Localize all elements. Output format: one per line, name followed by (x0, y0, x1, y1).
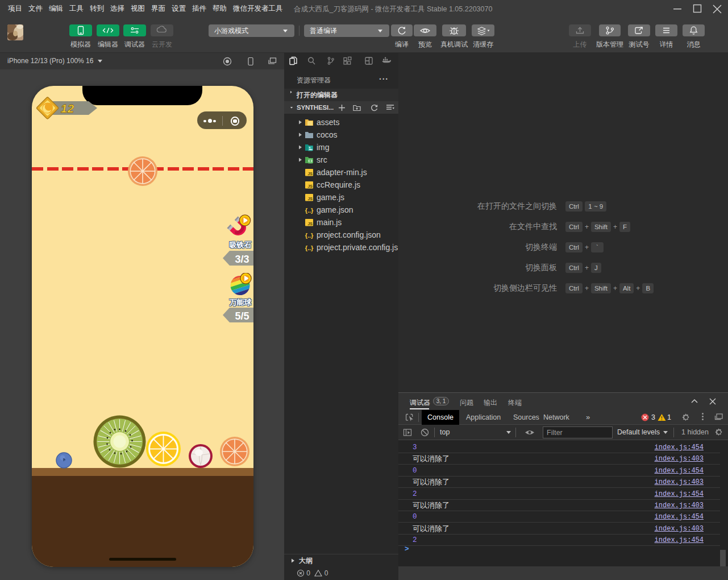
svg-text:JS: JS (307, 197, 313, 201)
svg-text:{..}: {..} (305, 207, 314, 214)
svg-text:12: 12 (61, 102, 74, 115)
svg-text:JS: JS (307, 172, 313, 176)
svg-text:3/3: 3/3 (235, 254, 249, 265)
svg-text:JS: JS (307, 222, 313, 226)
svg-text:{..}: {..} (305, 245, 314, 251)
svg-text:{..}: {..} (305, 232, 314, 239)
svg-text:5/5: 5/5 (235, 310, 249, 322)
svg-text:JS: JS (307, 184, 313, 188)
